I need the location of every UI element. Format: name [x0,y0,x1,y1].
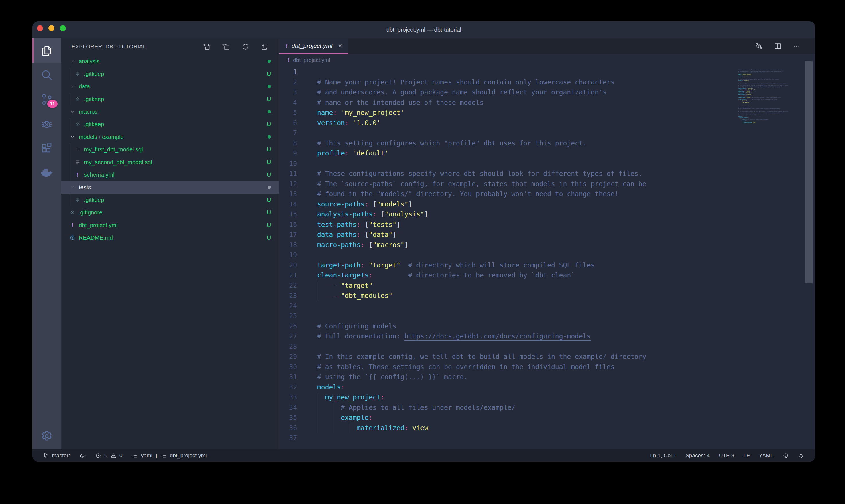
status-outline[interactable]: yaml|dbt_project.yml [132,452,207,459]
code-line-30[interactable]: 30# as tables. These settings can be ove… [279,362,815,372]
code-line-18[interactable]: 18macro-paths: ["macros"] [279,240,815,250]
tree-item-gitkeep[interactable]: .gitkeepU [61,68,279,80]
code-line-17[interactable]: 17data-paths: ["data"] [279,230,815,240]
tree-item-label: README.md [79,235,113,241]
activity-item-explorer[interactable] [32,38,61,63]
more-actions-button[interactable] [792,42,801,50]
activity-item-settings[interactable] [32,423,61,449]
tree-item-my-first-dbt-model-sql[interactable]: my_first_dbt_model.sqlU [61,143,279,156]
new-file-button[interactable] [202,42,211,51]
code-line-20[interactable]: 20target-path: "target" # directory whic… [279,260,815,271]
status-indentation[interactable]: Spaces: 4 [685,452,710,459]
code-line-24[interactable]: 24 [279,301,815,311]
minimize-window-button[interactable] [49,25,54,31]
tree-item-label: models / example [79,134,124,140]
activity-item-source-control[interactable]: 11 [32,87,61,111]
code-line-25[interactable]: 25 [279,311,815,321]
activity-item-extensions[interactable] [32,136,61,160]
code-line-19[interactable]: 19 [279,250,815,260]
status-encoding[interactable]: UTF-8 [719,452,734,459]
modified-dot [268,85,271,88]
tree-item-tests[interactable]: tests [61,181,279,194]
code-line-27[interactable]: 27# Full documentation: https://docs.get… [279,331,815,342]
new-folder-button[interactable] [222,42,230,51]
tree-item-gitignore[interactable]: .gitignoreU [61,206,279,219]
code-line-34[interactable]: 34 # Applies to all files under models/e… [279,403,815,413]
close-window-button[interactable] [37,25,43,31]
status-notifications[interactable] [798,452,804,459]
code-line-21[interactable]: 21clean-targets: # directories to be rem… [279,270,815,281]
code-line-35[interactable]: 35 example: [279,413,815,423]
code-editor[interactable]: 12# Name your project! Project names sho… [279,67,815,443]
code-line-12[interactable]: 12# The `source-paths` config, for examp… [279,179,815,189]
status-cursor-position[interactable]: Ln 1, Col 1 [650,452,676,459]
code-line-14[interactable]: 14source-paths: ["models"] [279,199,815,210]
breadcrumb[interactable]: ! dbt_project.yml [279,54,815,67]
code-line-11[interactable]: 11# These configurations specify where d… [279,169,815,179]
code-line-2[interactable]: 2# Name your project! Project names shou… [279,77,815,88]
code-line-6[interactable]: 6version: '1.0.0' [279,118,815,128]
tree-item-dbt-project-yml[interactable]: !dbt_project.ymlU [61,219,279,231]
status-eol[interactable]: LF [743,452,750,459]
split-editor-button[interactable] [773,42,782,50]
close-tab-icon[interactable]: × [338,42,342,50]
line-number: 25 [279,311,297,321]
code-line-32[interactable]: 32models: [279,382,815,393]
status-sync-changes[interactable] [79,452,86,459]
status-problems[interactable]: 00 [95,452,122,459]
code-line-7[interactable]: 7 [279,128,815,138]
tree-item-label: macros [79,109,98,115]
code-line-36[interactable]: 36 materialized: view [279,423,815,433]
line-number: 26 [279,321,297,331]
tree-item-gitkeep[interactable]: .gitkeepU [61,93,279,105]
tree-item-analysis[interactable]: analysis [61,55,279,68]
activity-item-run-and-debug[interactable] [32,111,61,136]
code-line-22[interactable]: 22 - "target" [279,281,815,291]
code-line-4[interactable]: 4# name or the intended use of these mod… [279,98,815,108]
tree-item-data[interactable]: data [61,80,279,93]
open-changes-button[interactable] [754,42,763,50]
code-line-8[interactable]: 8# This setting configures which "profil… [279,138,815,149]
code-line-26[interactable]: 26# Configuring models [279,321,815,331]
tree-item-my-second-dbt-model-sql[interactable]: my_second_dbt_model.sqlU [61,156,279,168]
code-line-16[interactable]: 16test-paths: ["tests"] [279,220,815,230]
tree-item-gitkeep[interactable]: .gitkeepU [61,118,279,130]
code-line-23[interactable]: 23 - "dbt_modules" [279,291,815,301]
zoom-window-button[interactable] [60,25,66,31]
tree-item-macros[interactable]: macros [61,105,279,118]
tree-item-readme-md[interactable]: README.mdU [61,231,279,244]
traffic-lights [37,25,66,31]
status-language-mode[interactable]: YAML [759,452,773,459]
code-line-31[interactable]: 31# using the `{{ config(...) }}` macro. [279,372,815,382]
status-feedback[interactable] [783,452,789,459]
activity-item-docker[interactable] [32,160,61,184]
minimap[interactable]: # Name your project! Project names shoul… [738,68,802,159]
code-line-28[interactable]: 28 [279,342,815,352]
code-line-9[interactable]: 9profile: 'default' [279,148,815,159]
tree-item-schema-yml[interactable]: !schema.ymlU [61,168,279,181]
collapse-folders-button[interactable] [260,42,269,51]
code-line-5[interactable]: 5name: 'my_new_project' [279,108,815,118]
status-git-branch[interactable]: master* [43,452,70,459]
code-line-3[interactable]: 3# and underscores. A good package name … [279,87,815,98]
code-line-33[interactable]: 33 my_new_project: [279,392,815,403]
tree-item-gitkeep[interactable]: .gitkeepU [61,194,279,206]
code-line-10[interactable]: 10 [279,159,815,169]
line-number: 12 [279,179,297,189]
git-icon [75,71,80,77]
tab-dbt-project-yml[interactable]: ! dbt_project.yml × [279,38,348,54]
tree-item-label: my_first_dbt_model.sql [84,146,143,153]
code-line-15[interactable]: 15analysis-paths: ["analysis"] [279,209,815,220]
editor-scrollbar[interactable] [805,61,813,284]
line-number: 32 [279,382,297,393]
tree-item-models-example[interactable]: models / example [61,130,279,143]
code-line-37[interactable]: 37 [279,433,815,443]
code-line-1[interactable]: 1 [279,67,815,77]
branch-icon [43,452,49,459]
code-line-29[interactable]: 29# In this example config, we tell dbt … [279,352,815,362]
activity-item-search[interactable] [32,63,61,87]
refresh-explorer-button[interactable] [241,42,250,51]
line-number: 22 [279,281,297,291]
git-icon [70,210,75,215]
code-line-13[interactable]: 13# found in the "models/" directory. Yo… [279,189,815,199]
